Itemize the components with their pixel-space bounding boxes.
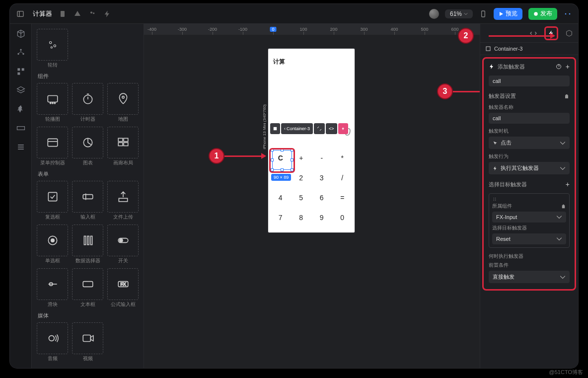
svg-rect-34 [124, 138, 128, 142]
comp-复选框[interactable] [37, 181, 68, 213]
comp-文件上传[interactable] [107, 181, 139, 213]
annotation-badge-2: 2 [458, 28, 474, 44]
topbar: 计算器 61% 预览 发布 [10, 4, 578, 24]
annotation-1-highlight [269, 148, 295, 173]
comp-画廊布局[interactable] [107, 127, 139, 158]
svg-point-58 [494, 198, 494, 198]
rail-ruler-icon[interactable] [16, 123, 26, 133]
calc-key-/[interactable]: / [332, 168, 353, 188]
calc-key-5[interactable]: 5 [291, 188, 312, 208]
rail-pin-icon[interactable] [16, 104, 26, 114]
sidebar-toggle-icon[interactable] [16, 9, 25, 18]
comp-计时器[interactable] [72, 83, 103, 115]
page-title: 计算器 [33, 9, 52, 18]
drive-icon[interactable] [73, 9, 82, 18]
comp-音频[interactable] [37, 322, 68, 354]
drag-handle-icon[interactable] [492, 197, 497, 202]
tab-cube-icon[interactable] [565, 29, 573, 37]
doc-icon[interactable] [58, 9, 67, 18]
svg-rect-45 [90, 236, 92, 244]
comp-图表[interactable] [72, 127, 103, 158]
device-size-label: iPhone 13 Mini (340*760) [262, 104, 267, 149]
svg-rect-43 [84, 236, 85, 244]
comp-视频[interactable] [72, 322, 103, 354]
svg-rect-40 [119, 198, 127, 202]
svg-rect-5 [482, 11, 485, 17]
comp-输入框[interactable] [72, 181, 103, 213]
svg-point-63 [495, 200, 496, 201]
comp-数据选择器[interactable] [72, 225, 103, 256]
svg-rect-44 [87, 236, 88, 244]
svg-point-29 [122, 96, 124, 98]
selection-toolbar: ‹ Container-3 <> [270, 123, 348, 134]
calc-key-=[interactable]: = [332, 188, 353, 208]
comp-公式输入框[interactable]: FX [107, 268, 139, 300]
comp-rotate[interactable] [37, 29, 68, 61]
svg-rect-30 [48, 139, 58, 146]
delete-trigger-icon[interactable] [564, 93, 570, 99]
rail-tree-icon[interactable] [16, 48, 26, 58]
svg-rect-36 [124, 143, 128, 146]
comp-单选框[interactable] [37, 225, 68, 256]
publish-button[interactable]: 发布 [528, 8, 557, 20]
comp-文本框[interactable] [72, 268, 103, 300]
calc-key-6[interactable]: 6 [311, 188, 332, 208]
preview-button[interactable]: 预览 [494, 8, 522, 20]
comp-轮播图[interactable] [37, 83, 68, 115]
annotation-arrow-2 [489, 35, 554, 37]
rail-cube-icon[interactable] [16, 29, 26, 39]
more-icon[interactable] [563, 9, 572, 18]
annotation-badge-1: 1 [209, 148, 224, 164]
sel-expand[interactable] [314, 123, 325, 134]
add-trigger-button[interactable]: + [566, 63, 570, 71]
target-trigger-select[interactable]: Reset [492, 233, 566, 244]
inspector-panel: Container-3 添加触发器 + call 触发器设置 触发器名称 cal… [480, 24, 578, 368]
calc-key-7[interactable]: 7 [270, 208, 291, 227]
svg-point-24 [52, 103, 53, 104]
calc-key-*[interactable]: * [332, 148, 353, 168]
selection-size-badge: 90 × 89 [271, 174, 291, 181]
svg-point-20 [54, 45, 56, 47]
calc-key-4[interactable]: 4 [270, 188, 291, 208]
sel-nav-up[interactable] [270, 123, 280, 134]
comp-菜单控制器[interactable] [37, 127, 68, 158]
zoom-level[interactable]: 61% [445, 9, 473, 18]
calc-key--[interactable]: - [311, 148, 332, 168]
comp-开关[interactable] [107, 225, 139, 256]
inspector-tabs [480, 24, 578, 43]
help-icon[interactable] [556, 64, 562, 70]
annotation-arrow-3 [453, 91, 480, 92]
sel-code[interactable]: <> [326, 123, 337, 134]
comp-滑块[interactable] [37, 268, 68, 300]
calc-key-3[interactable]: 3 [311, 168, 332, 188]
target-component-select[interactable]: FX-Input [492, 212, 566, 223]
trigger-name-input[interactable]: call [489, 113, 570, 124]
avatar[interactable] [429, 9, 439, 19]
rail-grid-icon[interactable] [16, 67, 26, 76]
sel-breadcrumb[interactable]: ‹ Container-3 [281, 123, 313, 134]
trigger-list-item[interactable]: call [489, 76, 570, 86]
delete-target-icon[interactable] [561, 204, 566, 209]
calc-key-9[interactable]: 9 [311, 208, 332, 227]
rail-layers-icon[interactable] [16, 85, 26, 95]
trigger-timing-select[interactable]: 点击 [489, 137, 570, 149]
add-target-button[interactable]: + [566, 180, 570, 188]
svg-point-62 [495, 199, 496, 199]
device-icon[interactable] [479, 9, 488, 18]
canvas[interactable]: 计算 0 C+-*123/456=7890 iPhone 13 Mini (34… [144, 35, 480, 368]
users-icon[interactable] [88, 9, 97, 18]
precondition-select[interactable]: 直接触发 [489, 271, 570, 283]
calc-key-8[interactable]: 8 [291, 208, 312, 227]
calc-key-0[interactable]: 0 [332, 208, 353, 227]
svg-point-3 [90, 11, 92, 13]
selected-element-row: Container-3 [480, 43, 578, 55]
comp-地图[interactable] [107, 83, 139, 115]
svg-point-9 [20, 49, 21, 51]
watermark: @51CTO博客 [549, 369, 583, 376]
bolt-icon[interactable] [103, 9, 112, 18]
svg-point-23 [50, 103, 51, 104]
svg-rect-38 [83, 195, 93, 199]
rail-list-icon[interactable] [16, 142, 26, 152]
trigger-action-select[interactable]: 执行其它触发器 [489, 162, 570, 174]
sel-trigger[interactable] [338, 123, 348, 134]
